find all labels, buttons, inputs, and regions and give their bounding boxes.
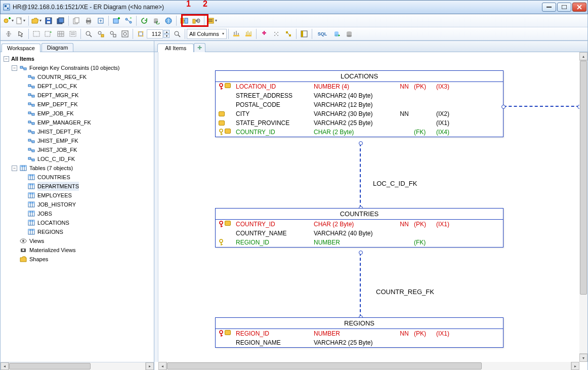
add-relationship-icon[interactable]: +: [123, 15, 134, 26]
svg-rect-94: [28, 75, 31, 77]
er-table-countries[interactable]: COUNTRIES COUNTRY_ID CHAR (2 Byte) NN (P…: [215, 208, 503, 248]
print-icon[interactable]: [83, 15, 94, 26]
er-column-row[interactable]: COUNTRY_ID CHAR (2 Byte) NN (PK) (IX1): [216, 220, 503, 229]
er-table-locations[interactable]: LOCATIONS LOCATION_ID NUMBER (4) NN (PK)…: [215, 70, 503, 137]
er-column-row[interactable]: COUNTRY_ID CHAR (2 Byte) (FK) (IX4): [216, 128, 503, 137]
connector-loc-c-id-fk[interactable]: [360, 143, 361, 208]
zoom-spinner[interactable]: ▴▾: [163, 30, 170, 38]
tab-diagram[interactable]: Diagram: [41, 43, 74, 52]
minimize-button[interactable]: [542, 3, 556, 12]
tree-fk-item[interactable]: LOC_C_ID_FK: [20, 154, 154, 163]
canvas-vscroll[interactable]: ▴▾: [579, 52, 587, 362]
tree-table-item[interactable]: JOB_HISTORY: [20, 200, 154, 209]
pointer-icon[interactable]: [15, 28, 26, 39]
run-db-icon[interactable]: [331, 28, 343, 39]
save-all-icon[interactable]: [55, 15, 66, 26]
canvas-hscroll[interactable]: ◂▸: [158, 362, 579, 370]
snap-icon[interactable]: [283, 28, 294, 39]
er-column-row[interactable]: REGION_ID NUMBER (FK): [216, 238, 503, 247]
tree-root[interactable]: − All Items: [4, 54, 154, 63]
tree-fk-item[interactable]: DEPT_MGR_FK: [20, 91, 154, 100]
er-column-row[interactable]: STREET_ADDRESS VARCHAR2 (40 Byte): [216, 91, 503, 100]
svg-point-78: [277, 35, 278, 36]
tree-fk-item[interactable]: JHIST_JOB_FK: [20, 145, 154, 154]
new-document-icon[interactable]: [15, 15, 26, 26]
panel-icon[interactable]: [299, 28, 310, 39]
tree-fk-item[interactable]: EMP_DEPT_FK: [20, 100, 154, 109]
tree-table-item[interactable]: EMPLOYEES: [20, 191, 154, 200]
maximize-button[interactable]: [557, 3, 571, 12]
er-table-regions[interactable]: REGIONS REGION_ID NUMBER NN (PK) (IX1) R…: [215, 317, 503, 348]
er-column-row[interactable]: STATE_PROVINCE VARCHAR2 (25 Byte) (IX1): [216, 118, 503, 128]
layout-icon[interactable]: [135, 28, 146, 39]
connector-countr-reg-fk[interactable]: [360, 253, 361, 317]
grid-icon[interactable]: [55, 28, 66, 39]
expand-icon[interactable]: −: [4, 56, 9, 62]
er-column-row[interactable]: LOCATION_ID NUMBER (4) NN (PK) (IX3): [216, 82, 503, 91]
svg-rect-22: [113, 19, 118, 23]
connector-locations-right: [503, 106, 579, 107]
sync-models-icon[interactable]: [191, 15, 202, 26]
tree-fk-item[interactable]: JHIST_DEPT_FK: [20, 127, 154, 136]
tree-fk-item[interactable]: JHIST_EMP_FK: [20, 136, 154, 145]
svg-rect-104: [32, 104, 34, 106]
sidebar-hscroll[interactable]: ◂▸: [1, 362, 154, 370]
expand-icon[interactable]: −: [12, 166, 17, 171]
zoom-lock-icon[interactable]: [95, 28, 106, 39]
generate-ddl-icon[interactable]: [206, 15, 218, 26]
compare-models-icon[interactable]: [179, 15, 190, 26]
svg-rect-12: [47, 21, 50, 23]
pan-icon[interactable]: [3, 28, 14, 39]
tree-table-item[interactable]: COUNTRIES: [20, 173, 154, 182]
tree-table-item[interactable]: JOBS: [20, 209, 154, 218]
canvas-tab-allitems[interactable]: All Items: [157, 44, 194, 52]
copy-icon[interactable]: [71, 15, 82, 26]
sql-icon[interactable]: SQL: [314, 28, 331, 39]
tree-fk-header[interactable]: − Foreign Key Constraints (10 objects): [12, 63, 154, 72]
close-button[interactable]: [572, 3, 586, 12]
zoom-input[interactable]: [147, 29, 163, 38]
er-column-row[interactable]: COUNTRY_NAME VARCHAR2 (40 Byte): [216, 229, 503, 238]
er-column-row[interactable]: CITY VARCHAR2 (30 Byte) NN (IX2): [216, 109, 503, 118]
canvas[interactable]: LOCATIONS LOCATION_ID NUMBER (4) NN (PK)…: [158, 52, 587, 370]
expand-icon[interactable]: −: [12, 65, 17, 71]
zoom-icon[interactable]: [83, 28, 94, 39]
tree-table-item[interactable]: DEPARTMENTS: [20, 182, 154, 191]
tree-fk-item[interactable]: EMP_JOB_FK: [20, 109, 154, 118]
globe-icon[interactable]: [163, 15, 174, 26]
refresh-icon[interactable]: [139, 15, 150, 26]
tree-table-item[interactable]: REGIONS: [20, 227, 154, 236]
columns-dropdown[interactable]: All Columns: [187, 29, 227, 39]
sparkle-icon[interactable]: [259, 28, 270, 39]
layout-2-icon[interactable]: [243, 28, 254, 39]
new-connection-icon[interactable]: [3, 15, 14, 26]
layout-1-icon[interactable]: [231, 28, 242, 39]
tree-mviews[interactable]: Materialized Views: [12, 245, 154, 255]
add-table-icon[interactable]: [111, 15, 122, 26]
zoom-apply-icon[interactable]: [172, 28, 183, 39]
tab-workspace[interactable]: Workspace: [2, 44, 40, 52]
er-column-row[interactable]: REGION_ID NUMBER NN (PK) (IX1): [216, 329, 503, 338]
tree-views[interactable]: Views: [12, 236, 154, 245]
tree-fk-item[interactable]: EMP_MANAGER_FK: [20, 118, 154, 127]
export-db-icon[interactable]: [344, 28, 355, 39]
er-column-row[interactable]: REGION_NAME VARCHAR2 (25 Byte): [216, 338, 503, 347]
select-rect-icon[interactable]: [31, 28, 42, 39]
db-refresh-icon[interactable]: [151, 15, 162, 26]
zoom-fit-icon[interactable]: [107, 28, 118, 39]
tree-fk-item[interactable]: COUNTR_REG_FK: [20, 72, 154, 81]
tree-table-item[interactable]: LOCATIONS: [20, 218, 154, 227]
tree-tables-header[interactable]: − Tables (7 objects): [12, 163, 154, 173]
er-column-row[interactable]: POSTAL_CODE VARCHAR2 (12 Byte): [216, 100, 503, 109]
select-add-icon[interactable]: +: [43, 28, 54, 39]
dots-icon[interactable]: [271, 28, 282, 39]
tree-shapes[interactable]: Shapes: [12, 255, 154, 264]
select-list-icon[interactable]: [67, 28, 78, 39]
export-icon[interactable]: [95, 15, 106, 26]
open-icon[interactable]: [31, 15, 42, 26]
save-icon[interactable]: [43, 15, 54, 26]
canvas-tab-add[interactable]: ✚: [194, 43, 205, 52]
zoom-all-icon[interactable]: [119, 28, 131, 39]
tree-fk-item[interactable]: DEPT_LOC_FK: [20, 81, 154, 91]
tree[interactable]: − All Items − Foreign Key Constraints (1…: [1, 52, 154, 362]
